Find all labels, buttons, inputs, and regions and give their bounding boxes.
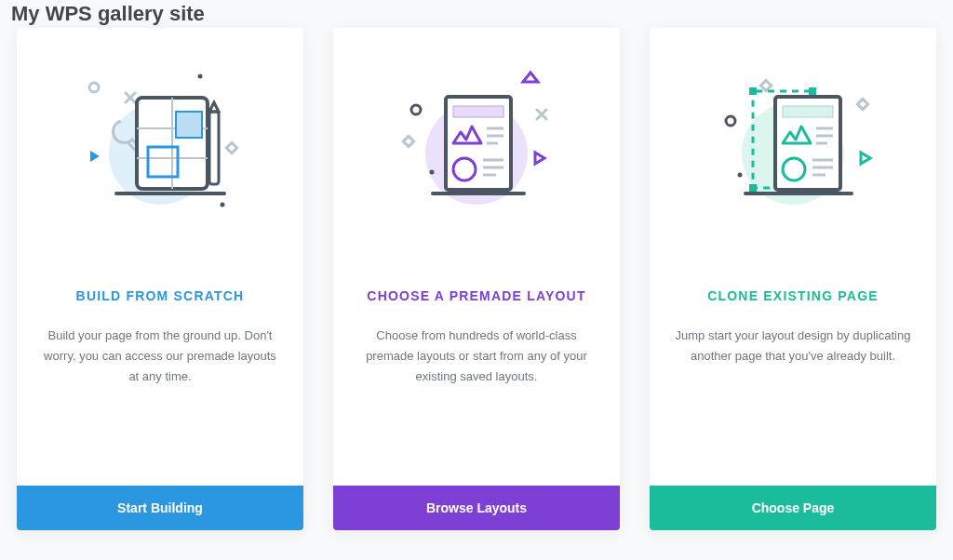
svg-rect-35 (749, 87, 757, 95)
svg-rect-9 (176, 112, 202, 138)
duplicate-icon (695, 65, 891, 233)
card-title: BUILD FROM SCRATCH (39, 288, 281, 303)
choose-page-button[interactable]: Choose Page (650, 486, 936, 530)
layout-icon (379, 65, 574, 233)
svg-rect-13 (226, 142, 236, 153)
browse-layouts-button[interactable]: Browse Layouts (333, 486, 620, 530)
card-title: CLONE EXISTING PAGE (672, 288, 914, 303)
card-body: CHOOSE A PREMADE LAYOUT Choose from hund… (333, 251, 620, 486)
card-description: Jump start your layout design by duplica… (672, 326, 914, 367)
svg-point-14 (221, 203, 225, 207)
card-description: Build your page from the ground up. Don'… (39, 326, 281, 387)
svg-point-48 (738, 173, 743, 178)
svg-point-17 (430, 170, 435, 175)
illustration-clone (650, 28, 936, 251)
svg-rect-11 (209, 112, 219, 184)
wireframe-icon (62, 65, 258, 233)
svg-point-1 (89, 83, 99, 92)
svg-rect-49 (857, 99, 867, 109)
svg-point-16 (411, 105, 421, 114)
card-body: BUILD FROM SCRATCH Build your page from … (17, 251, 303, 486)
svg-rect-18 (403, 136, 413, 146)
background-site-title: My WPS gallery site (11, 2, 205, 26)
svg-rect-20 (453, 106, 503, 117)
svg-rect-32 (760, 80, 771, 90)
card-clone-page[interactable]: CLONE EXISTING PAGE Jump start your layo… (650, 28, 936, 530)
svg-rect-39 (783, 106, 833, 117)
start-building-button[interactable]: Start Building (17, 486, 303, 530)
svg-point-2 (198, 74, 203, 79)
card-title: CHOOSE A PREMADE LAYOUT (356, 288, 597, 303)
illustration-premade (333, 28, 620, 251)
card-build-from-scratch[interactable]: BUILD FROM SCRATCH Build your page from … (17, 28, 303, 530)
svg-rect-36 (809, 87, 816, 95)
card-body: CLONE EXISTING PAGE Jump start your layo… (650, 251, 936, 486)
card-description: Choose from hundreds of world-class prem… (356, 326, 597, 387)
illustration-build (17, 28, 303, 251)
option-cards-row: BUILD FROM SCRATCH Build your page from … (17, 28, 936, 530)
svg-rect-37 (749, 184, 757, 192)
card-premade-layout[interactable]: CHOOSE A PREMADE LAYOUT Choose from hund… (333, 28, 620, 530)
svg-point-33 (726, 116, 735, 126)
